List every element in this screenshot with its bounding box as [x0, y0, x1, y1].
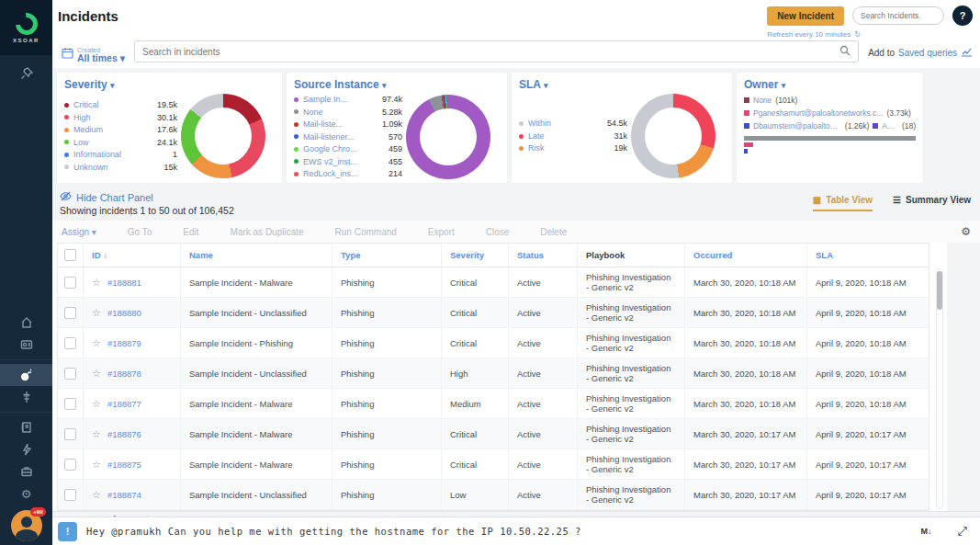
- saved-queries-link[interactable]: Saved queries: [898, 48, 957, 58]
- sidebar-item-jobs[interactable]: [0, 460, 52, 483]
- legend-item[interactable]: Unknown 15k: [64, 162, 177, 174]
- pin-icon[interactable]: [0, 62, 52, 85]
- column-header-occurred[interactable]: Occurred: [685, 244, 807, 267]
- column-header-sla[interactable]: SLA: [807, 244, 929, 267]
- severity-donut-chart[interactable]: [181, 94, 265, 178]
- incident-id-link[interactable]: #188878: [107, 369, 141, 379]
- star-icon[interactable]: ☆: [92, 337, 101, 349]
- legend-item[interactable]: Within 54.5k: [519, 118, 627, 130]
- legend-item[interactable]: Mail-liste... 1.09k: [294, 119, 402, 131]
- owner-legend-label[interactable]: Dbaumstein@paloaltonetworks.c...: [753, 119, 841, 132]
- legend-item[interactable]: Low 24.1k: [64, 137, 177, 149]
- column-header-status[interactable]: Status: [509, 244, 578, 267]
- incident-id-link[interactable]: #188881: [107, 278, 141, 288]
- column-header-type[interactable]: Type: [332, 244, 442, 267]
- saved-queries[interactable]: Add to Saved queries: [868, 47, 973, 59]
- action-go-to[interactable]: Go To: [128, 227, 152, 237]
- action-run-command[interactable]: Run Command: [335, 227, 397, 237]
- global-search-input[interactable]: [861, 11, 936, 20]
- select-all-checkbox[interactable]: [58, 244, 84, 267]
- legend-item[interactable]: Risk 19k: [519, 142, 627, 154]
- chat-input[interactable]: Hey @pramukh Can you help me with gettin…: [86, 526, 912, 537]
- action-delete[interactable]: Delete: [540, 227, 567, 237]
- action-close[interactable]: Close: [486, 227, 510, 237]
- incident-id-link[interactable]: #188877: [107, 399, 141, 409]
- xsoar-logo[interactable]: XSOAR: [0, 0, 52, 55]
- scrollbar-thumb[interactable]: [937, 271, 942, 310]
- source-instance-chart-title[interactable]: Source Instance ▾: [294, 78, 500, 91]
- action-assign[interactable]: Assign ▾: [62, 227, 96, 237]
- star-icon[interactable]: ☆: [92, 368, 101, 380]
- incident-search[interactable]: [134, 40, 859, 62]
- sla-donut-chart[interactable]: [631, 94, 715, 178]
- legend-item[interactable]: High 30.1k: [64, 112, 177, 124]
- user-avatar[interactable]: +99: [11, 510, 42, 541]
- incident-id-link[interactable]: #188874: [107, 490, 141, 500]
- incident-id-link[interactable]: #188875: [107, 460, 141, 470]
- row-checkbox[interactable]: [58, 328, 84, 358]
- sla-chart-title[interactable]: SLA ▾: [519, 78, 725, 91]
- star-icon[interactable]: ☆: [92, 307, 101, 319]
- action-edit[interactable]: Edit: [183, 227, 198, 237]
- star-icon[interactable]: ☆: [92, 428, 101, 440]
- action-mark-as-duplicate[interactable]: Mark as Duplicate: [231, 227, 304, 237]
- incident-id-link[interactable]: #188879: [107, 338, 141, 348]
- expand-icon[interactable]: ⤢: [958, 524, 967, 539]
- star-icon[interactable]: ☆: [92, 489, 101, 501]
- severity-chart-title[interactable]: Severity ▾: [64, 78, 275, 91]
- search-icon[interactable]: [839, 43, 850, 60]
- legend-item[interactable]: EWS v2_inst... 455: [294, 156, 402, 168]
- tab-summary-view[interactable]: ☰ Summary View: [893, 195, 971, 210]
- help-button[interactable]: ?: [952, 6, 973, 26]
- incident-id-link[interactable]: #188880: [107, 308, 141, 318]
- owner-legend-label[interactable]: Pganeshamurt@paloaltonetworks.c...: [753, 107, 883, 119]
- row-checkbox[interactable]: [58, 389, 84, 418]
- sidebar-item-playbooks[interactable]: [0, 416, 52, 438]
- table-settings-gear-icon[interactable]: ⚙: [961, 225, 971, 238]
- action-export[interactable]: Export: [428, 227, 455, 237]
- hide-chart-panel-button[interactable]: Hide Chart Panel: [60, 191, 234, 203]
- sidebar-item-settings[interactable]: ⚙: [0, 483, 52, 505]
- row-checkbox[interactable]: [58, 449, 84, 479]
- markdown-icon[interactable]: M↓: [921, 527, 932, 536]
- command-button[interactable]: !: [58, 522, 77, 541]
- row-checkbox[interactable]: [58, 480, 84, 509]
- legend-item[interactable]: Medium 17.6k: [64, 124, 177, 136]
- column-header-severity[interactable]: Severity: [442, 244, 509, 267]
- row-checkbox[interactable]: [58, 267, 84, 297]
- new-incident-button[interactable]: New Incident: [767, 6, 844, 26]
- sidebar-item-threat-intel[interactable]: [0, 386, 52, 408]
- tab-table-view[interactable]: ▦ Table View: [813, 195, 873, 211]
- legend-item[interactable]: RedLock_ins... 214: [294, 168, 402, 180]
- created-filter[interactable]: Created All times ▾: [62, 46, 125, 62]
- legend-item[interactable]: Informational 1: [64, 149, 177, 161]
- source-instance-donut-chart[interactable]: [406, 95, 490, 179]
- sidebar-item-home[interactable]: [0, 312, 52, 334]
- global-search[interactable]: [852, 6, 944, 25]
- legend-item[interactable]: Mail-listener... 570: [294, 131, 402, 143]
- legend-item[interactable]: Critical 19.5k: [64, 99, 177, 111]
- table-scrollbar[interactable]: [936, 268, 943, 509]
- column-header-name[interactable]: Name: [181, 244, 332, 267]
- refresh-note[interactable]: Refresh every 10 minutes ↻: [767, 30, 861, 39]
- star-icon[interactable]: ☆: [92, 277, 101, 289]
- refresh-icon[interactable]: ↻: [854, 30, 861, 39]
- legend-item[interactable]: Sample In... 97.4k: [294, 94, 402, 106]
- owner-bar-chart[interactable]: [744, 136, 916, 153]
- sidebar-item-dashboard[interactable]: [0, 334, 52, 356]
- sidebar-item-incidents[interactable]: [0, 364, 52, 386]
- sidebar-item-automation[interactable]: [0, 438, 52, 460]
- owner-legend-label[interactable]: None: [753, 94, 772, 107]
- column-header-id[interactable]: ID ↓: [84, 244, 181, 267]
- row-checkbox[interactable]: [58, 358, 84, 388]
- incident-id-link[interactable]: #188876: [107, 429, 141, 439]
- star-icon[interactable]: ☆: [92, 459, 101, 471]
- legend-item[interactable]: None 5.28k: [294, 107, 402, 119]
- legend-item[interactable]: Late 31k: [519, 131, 627, 142]
- star-icon[interactable]: ☆: [92, 398, 101, 410]
- incident-search-input[interactable]: [142, 47, 839, 57]
- row-checkbox[interactable]: [58, 419, 84, 448]
- row-checkbox[interactable]: [58, 298, 84, 327]
- legend-item[interactable]: Google Chro... 459: [294, 143, 402, 155]
- owner-legend-label[interactable]: Admin: [882, 119, 898, 132]
